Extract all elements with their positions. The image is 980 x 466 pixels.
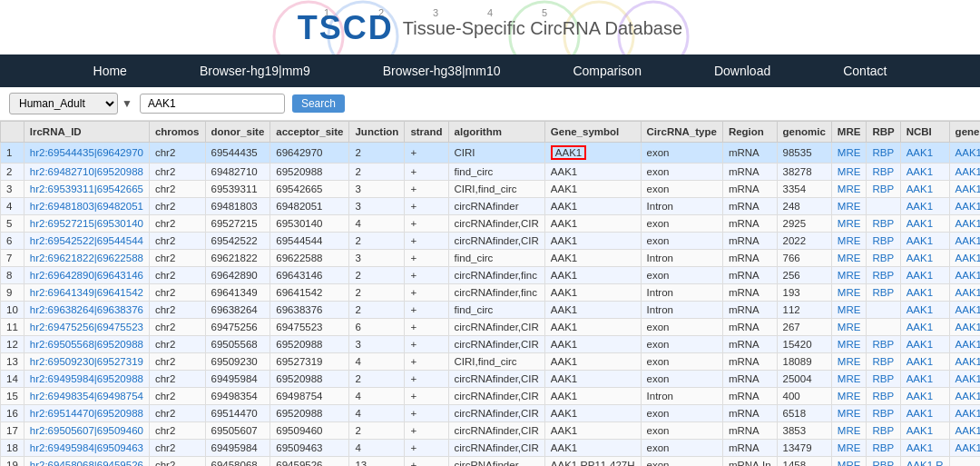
table-cell[interactable]: AAK1 (900, 215, 949, 233)
table-cell[interactable]: AAK1 (949, 422, 980, 440)
table-cell[interactable]: MRE (831, 250, 867, 267)
table-cell[interactable]: AAK1 (900, 164, 949, 181)
table-cell[interactable]: MRE (831, 457, 867, 467)
table-cell[interactable]: MRE (831, 388, 867, 405)
table-cell[interactable]: RBP (867, 336, 900, 353)
table-cell[interactable]: AAK1 (900, 336, 949, 353)
table-cell[interactable]: MRE (831, 405, 867, 422)
table-cell[interactable]: MRE (831, 336, 867, 353)
table-cell[interactable]: RBP (867, 215, 900, 233)
table-cell[interactable]: RBP (867, 440, 900, 457)
table-cell[interactable]: AAK1 (949, 164, 980, 181)
table-cell[interactable]: hr2:69542522|69544544 (24, 233, 149, 250)
table-cell[interactable]: RBP (867, 371, 900, 388)
table-cell[interactable]: MRE (831, 371, 867, 388)
table-cell[interactable]: AAK1 (949, 284, 980, 302)
table-cell[interactable]: RBP (867, 388, 900, 405)
table-cell[interactable]: RBP (867, 143, 900, 164)
table-cell[interactable]: hr2:69475256|69475523 (24, 319, 149, 336)
table-cell[interactable]: MRE (831, 215, 867, 233)
table-cell[interactable]: RBP (867, 457, 900, 467)
table-cell[interactable]: AAK1,R (900, 457, 949, 467)
nav-contact[interactable]: Contact (807, 55, 923, 87)
table-cell[interactable]: hr2:69638264|69638376 (24, 302, 149, 319)
gene-box[interactable]: AAK1 (551, 145, 586, 160)
table-cell[interactable]: AAK1 (949, 181, 980, 198)
table-cell[interactable]: hr2:69495984|69509463 (24, 440, 149, 457)
table-cell[interactable]: AAK1 (900, 440, 949, 457)
table-cell[interactable]: AAK1 (949, 336, 980, 353)
table-cell[interactable]: AAK1 (900, 267, 949, 284)
table-cell[interactable]: AAK1 (949, 405, 980, 422)
table-cell[interactable]: MRE (831, 422, 867, 440)
table-cell[interactable]: RBP (867, 284, 900, 302)
table-cell[interactable]: MRE (831, 302, 867, 319)
table-cell[interactable]: AAK1 (949, 215, 980, 233)
table-cell[interactable]: RBP (867, 422, 900, 440)
table-cell[interactable]: hr2:69481803|69482051 (24, 198, 149, 215)
table-cell[interactable]: RBP (867, 181, 900, 198)
search-button[interactable]: Search (292, 94, 345, 113)
table-cell[interactable]: RBP (867, 267, 900, 284)
nav-home[interactable]: Home (57, 55, 163, 87)
table-cell[interactable]: RBP (867, 405, 900, 422)
table-cell[interactable]: AAK1 (900, 405, 949, 422)
species-dropdown[interactable]: Human_Adult Human_Fetal Mouse_Adult Mous… (9, 93, 118, 114)
table-cell[interactable]: hr2:69498354|69498754 (24, 388, 149, 405)
table-cell[interactable]: RBP (867, 353, 900, 371)
table-cell[interactable]: MRE (831, 181, 867, 198)
table-cell[interactable]: AAK1 (900, 233, 949, 250)
table-cell[interactable]: hr2:69642890|69643146 (24, 267, 149, 284)
nav-download[interactable]: Download (678, 55, 807, 87)
table-cell[interactable]: AAK1 (949, 267, 980, 284)
table-cell[interactable]: hr2:69641349|69641542 (24, 284, 149, 302)
table-cell[interactable]: RBP (867, 164, 900, 181)
table-cell[interactable]: MRE (831, 198, 867, 215)
table-cell[interactable]: AAK1 (949, 440, 980, 457)
table-cell[interactable]: RBP (867, 250, 900, 267)
search-input[interactable] (140, 94, 285, 114)
table-cell[interactable]: hr2:69495984|69520988 (24, 371, 149, 388)
table-cell[interactable]: MRE (831, 284, 867, 302)
table-cell[interactable]: hr2:69539311|69542665 (24, 181, 149, 198)
table-cell[interactable]: AAK1 (949, 371, 980, 388)
table-cell[interactable]: AAK1 (949, 353, 980, 371)
table-cell[interactable]: AAK1 (949, 250, 980, 267)
nav-browser-hg19[interactable]: Browser-hg19|mm9 (163, 55, 347, 87)
nav-comparison[interactable]: Comparison (536, 55, 677, 87)
table-cell[interactable]: MRE (831, 353, 867, 371)
table-cell[interactable]: RBP (867, 233, 900, 250)
table-cell[interactable]: AAK1 (900, 198, 949, 215)
table-cell[interactable]: MRE (831, 164, 867, 181)
table-cell[interactable]: hr2:69544435|69642970 (24, 143, 149, 164)
table-cell[interactable]: AAK1 (900, 302, 949, 319)
table-cell[interactable]: AAK1 (900, 353, 949, 371)
nav-browser-hg38[interactable]: Browser-hg38|mm10 (347, 55, 537, 87)
table-cell[interactable]: AAK1 (949, 302, 980, 319)
table-cell[interactable]: hr2:69509230|69527319 (24, 353, 149, 371)
table-cell[interactable]: MRE (831, 440, 867, 457)
table-cell[interactable]: AAK1 (949, 233, 980, 250)
table-cell[interactable]: MRE (831, 233, 867, 250)
table-cell[interactable]: AAK1 (900, 388, 949, 405)
table-cell[interactable]: AAK1 (949, 319, 980, 336)
table-cell[interactable]: AAK1 (900, 284, 949, 302)
table-cell[interactable]: hr2:69482710|69520988 (24, 164, 149, 181)
table-cell[interactable]: AAK1 (900, 143, 949, 164)
table-cell[interactable]: AAK1 (900, 371, 949, 388)
table-cell[interactable]: hr2:69527215|69530140 (24, 215, 149, 233)
table-cell[interactable]: MRE (831, 267, 867, 284)
table-cell[interactable]: hr2:69514470|69520988 (24, 405, 149, 422)
table-cell[interactable]: AAK1 (900, 181, 949, 198)
table-cell[interactable]: AAK1 (949, 198, 980, 215)
table-cell[interactable]: hr2:69621822|69622588 (24, 250, 149, 267)
table-cell[interactable]: AAK1 (900, 422, 949, 440)
table-cell[interactable]: hr2:69505568|69520988 (24, 336, 149, 353)
table-cell[interactable]: AAK1 (949, 388, 980, 405)
table-cell[interactable]: MRE (831, 143, 867, 164)
table-cell[interactable]: AAK1 (900, 319, 949, 336)
table-cell[interactable]: MRE (831, 319, 867, 336)
table-cell[interactable]: hr2:69458068|69459526 (24, 457, 149, 467)
table-cell[interactable]: hr2:69505607|69509460 (24, 422, 149, 440)
table-cell[interactable]: AAK1 (900, 250, 949, 267)
